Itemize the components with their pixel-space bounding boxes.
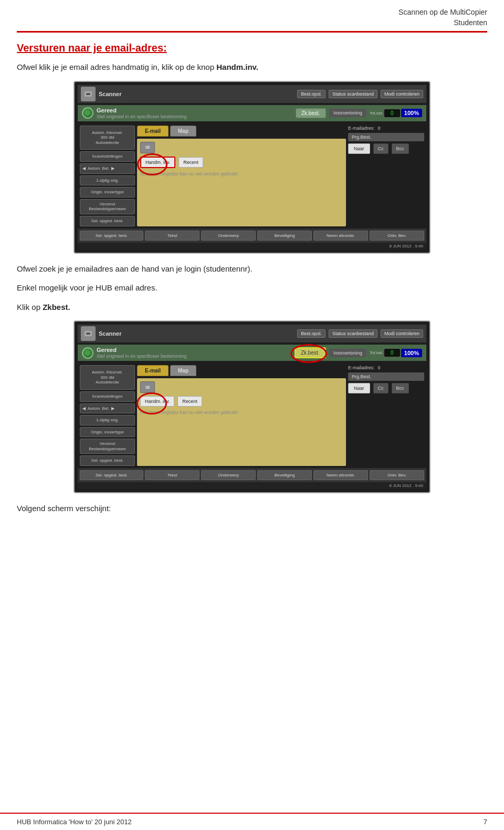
scanner-verzend-btn-1[interactable]: Verzend Bestandstype/naam <box>80 199 135 214</box>
voorvertoning-btn-1[interactable]: Voorvertoning <box>329 109 367 117</box>
scanner-statusbar-1: Gereed Stel origineel in en specificeer … <box>78 105 426 121</box>
svg-rect-1 <box>86 93 90 95</box>
scanner-screenshot-1: Scanner Best.opsl. Status scanbestand Mo… <box>74 81 430 254</box>
scanner-icon-2 <box>81 326 96 341</box>
scanner-right-1: E-mailadres: 0 Prg.Best. Naar Cc Bcc <box>348 126 424 226</box>
bcc-btn-1[interactable]: Bcc <box>392 143 409 154</box>
para1-before: Ofwel klik je je email adres handmatig i… <box>17 63 160 71</box>
scanner-tab-map-2[interactable]: Map <box>170 365 196 376</box>
scanner-neem-btn-1[interactable]: Neem afzonde. <box>313 231 368 241</box>
scanner-status-btn-2[interactable]: Status scanbestand <box>329 329 377 338</box>
arrow-right-icon-2: ▶ <box>111 406 114 411</box>
handm-btn-2[interactable]: Handm. inv. <box>140 396 174 407</box>
scanner-1zijdig-btn-2[interactable]: 1-zijdig orig. <box>80 415 135 426</box>
para1-bold: Handm.inv. <box>216 63 258 71</box>
header: Scannen op de MultiCopier Studenten <box>0 0 504 31</box>
naar-cc-bcc-row-2: Naar Cc Bcc <box>348 383 424 393</box>
scanner-bestopsl-btn-1[interactable]: Best.opsl. <box>297 90 326 98</box>
scanner-tekst-btn-2[interactable]: Tekst <box>145 470 200 480</box>
scanner-autombel-btn-1[interactable]: ◀ Autom. Bel. ▶ <box>80 163 135 174</box>
arrow-left-icon-2: ◀ <box>82 406 86 411</box>
paragraph-1: Ofwel klik je je email adres handmatig i… <box>17 61 487 74</box>
scanner-title-2: Scanner <box>99 330 294 337</box>
scanner-right-2: E-mailadres: 0 Prg.Best. Naar Cc Bcc <box>348 365 424 466</box>
scanner-title-1: Scanner <box>99 91 294 97</box>
scanner-sel-btn-2[interactable]: Sel. opgesl. best. <box>80 455 135 466</box>
scanner-status-btn-1[interactable]: Status scanbestand <box>329 90 377 98</box>
scanner-tab-map-1[interactable]: Map <box>170 126 196 137</box>
zkbest-btn-status-2[interactable]: Zk.best. <box>295 347 326 358</box>
scanner-scaninst-btn-1[interactable]: Scaninstellingen <box>80 151 135 162</box>
recent-btn-1[interactable]: Recent <box>178 157 203 168</box>
arrow-right-icon-1: ▶ <box>111 166 114 171</box>
naar-btn-1[interactable]: Naar <box>348 143 370 154</box>
scanner-center-2: E-mail Map ✉ Handm. inv. Recent #Bestemm… <box>137 365 346 466</box>
bcc-btn-2[interactable]: Bcc <box>392 383 409 393</box>
footer-right: 7 <box>484 818 487 826</box>
scanner-ontv-btn-2[interactable]: Ontv. Bev. <box>370 470 424 480</box>
email-icon-1: ✉ <box>140 142 155 153</box>
autombel-text-2: Autom. Bel. <box>88 406 109 411</box>
paragraph-4: Klik op Zkbest. <box>17 302 487 314</box>
scanner-neem-btn-2[interactable]: Neem afzonde. <box>313 470 368 480</box>
panel-icon-row-2: ✉ <box>140 381 343 393</box>
para4-bold: Zkbest. <box>43 303 70 312</box>
scanner-sel-btn-1[interactable]: Sel. opgesl. best. <box>80 216 135 226</box>
svg-point-2 <box>85 110 90 116</box>
scanner-autombel-btn-2[interactable]: ◀ Autom. Bel. ▶ <box>80 403 135 414</box>
zkbest-highlighted-wrapper: Zk.best. <box>295 347 326 358</box>
handm-btn-1[interactable]: Handm. inv. <box>140 157 175 168</box>
scanner-sel-bottom-btn-2[interactable]: Sel. opgesl. best. <box>80 470 143 480</box>
svg-point-5 <box>85 350 90 356</box>
scanner-verzend-btn-2[interactable]: Verzend Bestandstype/naam <box>80 439 135 454</box>
recent-btn-2[interactable]: Recent <box>177 396 202 407</box>
voorvertoning-btn-2[interactable]: Voorvertoning <box>329 349 367 357</box>
scanner-left-2: Autom. Kleursel.300 dbiAutodetectie Scan… <box>80 365 135 466</box>
cc-btn-2[interactable]: Cc <box>373 383 388 393</box>
emailadres-label-1: E-mailadres: <box>348 126 375 131</box>
main-content: Versturen naar je email-adres: Ofwel kli… <box>0 33 504 537</box>
naar-btn-2[interactable]: Naar <box>348 383 370 393</box>
scanner-beveiliging-btn-2[interactable]: Beveiliging <box>257 470 312 480</box>
pct-box-2: 100% <box>401 349 422 357</box>
scanner-bestopsl-btn-2[interactable]: Best.opsl. <box>297 329 326 338</box>
scanner-modi-btn-1[interactable]: Modi controleren <box>381 90 423 98</box>
panel-btns-row-1: Handm. inv. Recent <box>140 157 343 168</box>
footer: HUB Informatica 'How to' 20 juni 2012 7 <box>0 813 504 830</box>
scanner-kleursel-btn-1[interactable]: Autom. Kleursel.300 dbiAutodetectie <box>80 126 135 150</box>
scanner-left-1: Autom. Kleursel.300 dbiAutodetectie Scan… <box>80 126 135 226</box>
scanner-beveiliging-btn-1[interactable]: Beveiliging <box>257 231 312 241</box>
scanner-panel-1: ✉ Handm. inv. Recent #Bestemmingslijst k… <box>137 139 346 226</box>
scanner-tekst-btn-1[interactable]: Tekst <box>145 231 200 241</box>
gereed-text-1: Gereed <box>97 107 188 113</box>
scanner-origin-btn-1[interactable]: Origin. invoertype <box>80 187 135 198</box>
paragraph-3: Enkel mogelijk voor je HUB email adres. <box>17 282 487 294</box>
scanner-tab-email-2[interactable]: E-mail <box>137 365 169 376</box>
cc-btn-1[interactable]: Cc <box>373 143 388 154</box>
scanner-onderwerp-btn-2[interactable]: Onderwerp <box>201 470 256 480</box>
counter-group-1: Tot.bst. 0 100% <box>370 109 422 117</box>
naar-cc-bcc-row-1: Naar Cc Bcc <box>348 143 424 154</box>
scanner-ontv-btn-1[interactable]: Ontv. Bev. <box>370 231 424 241</box>
para4-before: Klik op <box>17 303 43 312</box>
gereed-icon-2 <box>82 347 93 359</box>
scanner-onderwerp-btn-1[interactable]: Onderwerp <box>201 231 256 241</box>
paragraph-2: Ofwel zoek je je emailadres aan de hand … <box>17 263 487 275</box>
scanner-statusbar-2: Gereed Stel origineel in en specificeer … <box>78 345 426 361</box>
scanner-timestamp-2: 8 JUN 2012 . 9:40 <box>78 482 426 489</box>
scanner-main-2: Autom. Kleursel.300 dbiAutodetectie Scan… <box>78 363 426 468</box>
scanner-1zijdig-btn-1[interactable]: 1-zijdig orig. <box>80 175 135 186</box>
zkbest-btn-status-1[interactable]: Zk.best. <box>296 108 326 118</box>
footer-left: HUB Informatica 'How to' 20 juni 2012 <box>17 818 132 826</box>
prgbest-btn-2[interactable]: Prg.Best. <box>348 372 424 381</box>
scanner-tab-email-1[interactable]: E-mail <box>137 126 169 137</box>
emailadres-count-2: 0 <box>378 365 381 370</box>
scanner-sel-bottom-btn-1[interactable]: Sel. opgesl. best. <box>80 231 143 241</box>
scanner-timestamp-1: 8 JUN 2012 . 9:40 <box>78 243 426 250</box>
svg-rect-4 <box>86 333 90 335</box>
scanner-origin-btn-2[interactable]: Origin. invoertype <box>80 427 135 438</box>
prgbest-btn-1[interactable]: Prg.Best. <box>348 133 424 141</box>
scanner-kleursel-btn-2[interactable]: Autom. Kleursel.300 dbiAutodetectie <box>80 365 135 390</box>
scanner-scaninst-btn-2[interactable]: Scaninstellingen <box>80 391 135 402</box>
scanner-modi-btn-2[interactable]: Modi controleren <box>381 329 423 338</box>
